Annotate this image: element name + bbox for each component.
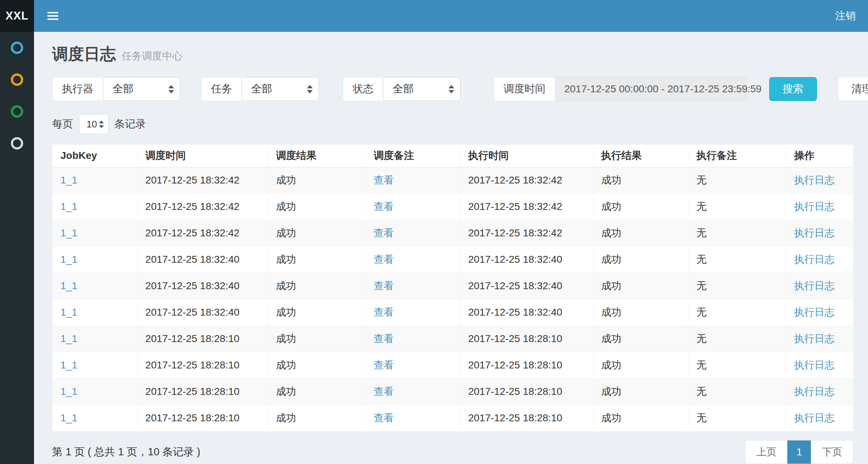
handle-result-cell: 成功 (593, 273, 688, 299)
sidebar-item-3[interactable] (0, 96, 34, 127)
trigger-msg-link[interactable]: 查看 (374, 386, 394, 397)
handle-msg-cell: 无 (688, 352, 786, 379)
jobkey-link[interactable]: 1_1 (60, 227, 77, 239)
app-logo[interactable]: XXL (0, 0, 34, 32)
jobkey-link[interactable]: 1_1 (60, 174, 77, 186)
executor-filter-select[interactable]: 全部 (103, 77, 180, 101)
exec-log-link[interactable]: 执行日志 (794, 201, 835, 212)
trigger-time-cell: 2017-12-25 18:32:42 (137, 194, 268, 220)
exec-log-link[interactable]: 执行日志 (794, 333, 835, 344)
job-filter-value: 全部 (251, 82, 272, 96)
table-row: 1_12017-12-25 18:28:10成功查看2017-12-25 18:… (52, 352, 854, 379)
trigger-msg-link[interactable]: 查看 (374, 359, 394, 371)
table-header-row: JobKey 调度时间 调度结果 调度备注 执行时间 执行结果 执行备注 操作 (52, 145, 854, 167)
trigger-time-cell: 2017-12-25 18:28:10 (137, 352, 268, 379)
handle-msg-cell: 无 (688, 273, 786, 299)
table-cell: 1_1 (52, 167, 138, 194)
clear-button[interactable]: 清理 (838, 77, 868, 101)
status-filter-label: 状态 (343, 77, 383, 101)
page-title: 调度日志 (52, 43, 116, 65)
prev-page-button[interactable]: 上页 (745, 440, 787, 464)
trigger-time-cell: 2017-12-25 18:32:40 (137, 273, 268, 299)
exec-log-link[interactable]: 执行日志 (794, 174, 835, 186)
exec-log-link[interactable]: 执行日志 (794, 227, 835, 239)
table-cell: 1_1 (52, 273, 138, 299)
executor-filter-group: 执行器 全部 (52, 77, 180, 101)
status-filter-select[interactable]: 全部 (383, 77, 460, 101)
trigger-msg-link[interactable]: 查看 (374, 174, 394, 186)
col-trigger-result: 调度结果 (268, 145, 366, 167)
sidebar-item-2[interactable] (0, 64, 34, 96)
jobkey-link[interactable]: 1_1 (60, 386, 77, 397)
sidebar-toggle-button[interactable] (43, 7, 62, 25)
jobkey-link[interactable]: 1_1 (60, 412, 77, 423)
page-size-select[interactable]: 10 (79, 114, 109, 134)
exec-log-link[interactable]: 执行日志 (794, 412, 835, 423)
trigger-msg-link[interactable]: 查看 (374, 280, 394, 291)
dropdown-arrows-icon (99, 121, 104, 128)
trigger-msg-link[interactable]: 查看 (374, 201, 394, 212)
jobkey-link[interactable]: 1_1 (60, 280, 77, 291)
trigger-msg-link[interactable]: 查看 (374, 307, 394, 318)
table-cell: 执行日志 (786, 194, 854, 220)
logout-link[interactable]: 注销 (835, 9, 868, 23)
page-1-button[interactable]: 1 (787, 440, 811, 464)
circle-icon (11, 73, 23, 86)
search-button[interactable]: 搜索 (769, 77, 817, 101)
trigger-time-cell: 2017-12-25 18:28:10 (137, 379, 268, 405)
handle-msg-cell: 无 (688, 220, 786, 246)
job-filter-select[interactable]: 全部 (241, 77, 319, 101)
col-handle-msg: 执行备注 (688, 145, 786, 167)
jobkey-link[interactable]: 1_1 (60, 333, 77, 344)
trigger-msg-link[interactable]: 查看 (374, 227, 394, 239)
trigger-msg-link[interactable]: 查看 (374, 412, 394, 423)
handle-time-cell: 2017-12-25 18:32:42 (460, 220, 593, 246)
sidebar-item-1[interactable] (0, 32, 34, 64)
handle-msg-cell: 无 (688, 379, 786, 405)
jobkey-link[interactable]: 1_1 (60, 201, 77, 212)
page-size-value: 10 (87, 119, 97, 130)
table-cell: 执行日志 (786, 299, 854, 326)
jobkey-link[interactable]: 1_1 (60, 359, 77, 371)
handle-time-cell: 2017-12-25 18:32:40 (460, 299, 593, 326)
next-page-button[interactable]: 下页 (811, 440, 853, 464)
circle-icon (11, 42, 23, 54)
handle-time-cell: 2017-12-25 18:32:42 (460, 194, 593, 220)
handle-msg-cell: 无 (688, 167, 786, 194)
exec-log-link[interactable]: 执行日志 (794, 386, 835, 397)
sidebar (0, 32, 34, 464)
trigger-result-cell: 成功 (268, 326, 366, 352)
table-cell: 1_1 (52, 194, 138, 220)
sidebar-item-4[interactable] (0, 127, 34, 159)
table-cell: 查看 (366, 273, 460, 299)
table-cell: 1_1 (52, 220, 138, 246)
table-cell: 执行日志 (786, 220, 854, 246)
trigger-result-cell: 成功 (268, 167, 366, 194)
jobkey-link[interactable]: 1_1 (60, 307, 77, 318)
handle-msg-cell: 无 (688, 405, 786, 431)
exec-log-link[interactable]: 执行日志 (794, 254, 835, 265)
navbar-body: 注销 (34, 0, 868, 32)
jobkey-link[interactable]: 1_1 (60, 254, 77, 265)
table-cell: 执行日志 (786, 405, 854, 431)
exec-log-link[interactable]: 执行日志 (794, 307, 835, 318)
trigger-result-cell: 成功 (268, 246, 366, 273)
table-cell: 执行日志 (786, 167, 854, 194)
exec-log-link[interactable]: 执行日志 (794, 359, 835, 371)
hamburger-icon (47, 12, 58, 20)
table-row: 1_12017-12-25 18:32:40成功查看2017-12-25 18:… (52, 246, 854, 273)
handle-result-cell: 成功 (593, 167, 688, 194)
table-cell: 执行日志 (786, 352, 854, 379)
table-cell: 查看 (366, 405, 460, 431)
trigger-msg-link[interactable]: 查看 (374, 333, 394, 344)
trigger-msg-link[interactable]: 查看 (374, 254, 394, 265)
handle-result-cell: 成功 (593, 299, 688, 326)
job-filter-group: 任务 全部 (201, 77, 319, 101)
handle-result-cell: 成功 (593, 352, 688, 379)
table-row: 1_12017-12-25 18:32:42成功查看2017-12-25 18:… (52, 194, 854, 220)
exec-log-link[interactable]: 执行日志 (794, 280, 835, 291)
trigger-time-range-input[interactable]: 2017-12-25 00:00:00 - 2017-12-25 23:59:5… (555, 77, 747, 101)
table-cell: 1_1 (52, 299, 138, 326)
table-cell: 1_1 (52, 352, 138, 379)
trigger-result-cell: 成功 (268, 220, 366, 246)
